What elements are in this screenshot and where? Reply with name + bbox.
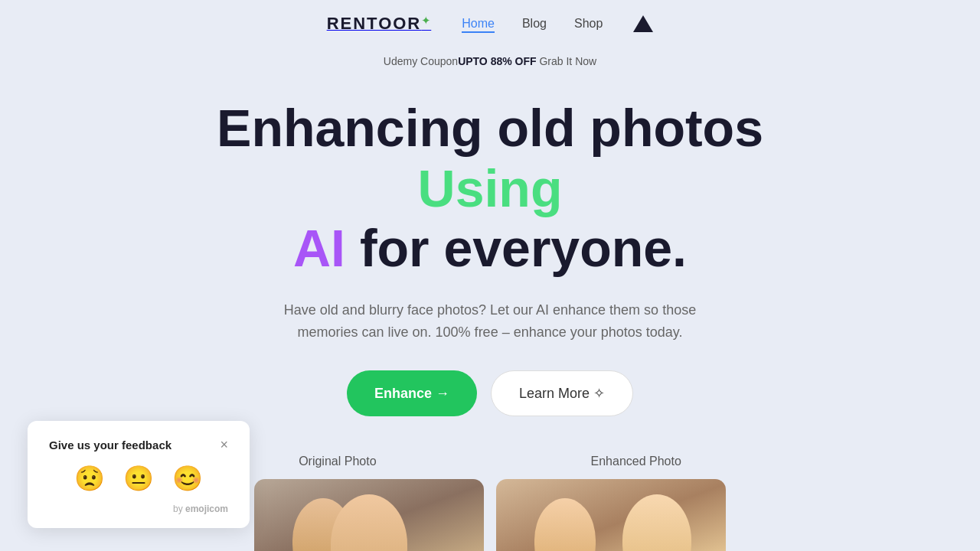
original-photo bbox=[254, 479, 484, 551]
original-photo-label: Original Photo bbox=[299, 455, 376, 468]
feedback-emoji-happy[interactable]: 😊 bbox=[172, 464, 203, 493]
enhance-button[interactable]: Enhance → bbox=[347, 370, 477, 416]
nav-links: Home Blog Shop bbox=[462, 17, 603, 31]
headline-part1: Enhancing old photos bbox=[217, 99, 763, 157]
feedback-header: Give us your feedback × bbox=[49, 438, 228, 452]
navbar: RENTOOR✦ Home Blog Shop bbox=[0, 0, 980, 47]
feedback-emojis: 😟 😐 😊 bbox=[49, 464, 228, 493]
feedback-by: by bbox=[173, 504, 185, 514]
face-left-enhanced bbox=[534, 498, 596, 551]
hero-headline: Enhancing old photos Using AI for everyo… bbox=[145, 98, 835, 278]
nav-link-shop[interactable]: Shop bbox=[574, 17, 603, 30]
enhanced-photo-label: Enhanced Photo bbox=[591, 455, 681, 468]
face-right-enhanced bbox=[622, 494, 691, 551]
hero-buttons: Enhance → Learn More ✧ bbox=[15, 370, 965, 416]
headline-part3: for everyone. bbox=[345, 219, 687, 277]
headline-green: Using bbox=[418, 159, 563, 217]
logo-text: RENTOOR bbox=[327, 14, 422, 33]
face-center bbox=[331, 494, 407, 551]
nav-link-home[interactable]: Home bbox=[462, 17, 495, 33]
nav-logo[interactable]: RENTOOR✦ bbox=[327, 14, 432, 34]
logo-sparkle: ✦ bbox=[421, 14, 431, 27]
feedback-close-button[interactable]: × bbox=[220, 438, 228, 452]
feedback-emoji-neutral[interactable]: 😐 bbox=[123, 464, 154, 493]
hero-section: Enhancing old photos Using AI for everyo… bbox=[0, 75, 980, 416]
feedback-footer: by emojicom bbox=[49, 504, 228, 514]
feedback-title: Give us your feedback bbox=[49, 439, 172, 452]
banner-suffix: Grab It Now bbox=[539, 55, 596, 67]
hero-subtext: Have old and blurry face photos? Let our… bbox=[260, 299, 720, 344]
banner-highlight: UPTO 88% OFF bbox=[458, 55, 536, 67]
enhanced-photo bbox=[496, 479, 726, 551]
headline-purple: AI bbox=[293, 219, 345, 277]
banner-prefix: Udemy Coupon bbox=[384, 55, 458, 67]
feedback-widget: Give us your feedback × 😟 😐 😊 by emojico… bbox=[28, 421, 250, 528]
nav-triangle-icon[interactable] bbox=[633, 15, 653, 32]
nav-link-blog[interactable]: Blog bbox=[522, 17, 547, 30]
feedback-emoji-sad[interactable]: 😟 bbox=[74, 464, 105, 493]
learn-more-button[interactable]: Learn More ✧ bbox=[491, 370, 633, 416]
feedback-brand-link[interactable]: emojicom bbox=[185, 504, 228, 514]
promo-banner[interactable]: Udemy CouponUPTO 88% OFF Grab It Now bbox=[0, 47, 980, 75]
